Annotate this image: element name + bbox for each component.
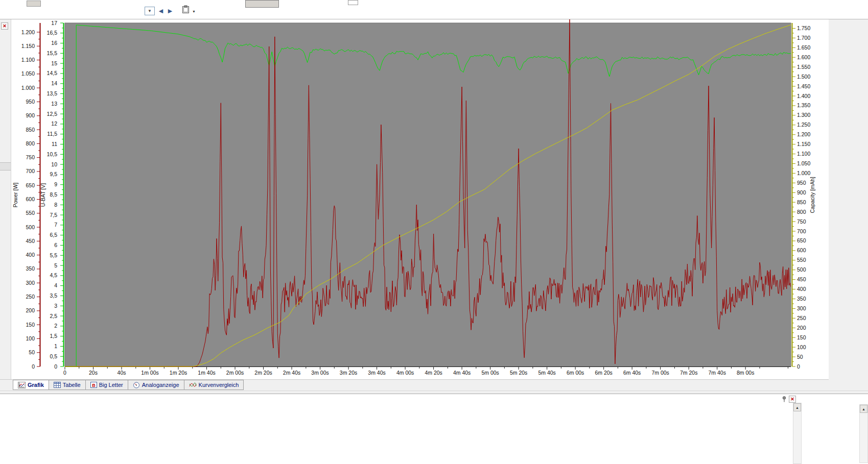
tick-label: 3,5 [50,292,57,299]
tick-label: 700 [797,228,806,234]
bottom-panel-scrollbar[interactable]: ▲ [793,403,802,464]
tick-label: 1.350 [797,102,810,108]
tick-label: 6m 20s [595,370,612,376]
tick-label: 450 [797,276,806,282]
tick-label: 300 [797,305,806,311]
big-letter-tab-icon: B [90,382,97,388]
tick-label: 0 [54,363,57,370]
tab-label: Kurvenvergleich [199,382,239,388]
gauge-tab-icon [133,382,140,388]
tick-label: 1.100 [21,57,35,63]
tick-label: 900 [26,112,35,118]
tick-label: 400 [797,286,806,292]
back-button[interactable]: ◀ [156,6,166,16]
tick-label: 10,5 [47,151,58,157]
clipboard-button[interactable] [180,5,191,16]
left-dock-strip: ✕ [0,19,11,379]
tick-label: 450 [26,238,35,244]
tick-label: 8 [54,202,57,208]
tick-label: 1.550 [797,64,810,70]
tick-label: 1.250 [797,121,810,128]
pin-icon[interactable] [781,396,788,403]
tick-label: 4,5 [50,272,57,278]
tick-label: 1.000 [21,85,35,91]
tick-label: 2m 40s [283,370,300,376]
tab-label: Big Letter [99,382,123,388]
tick-label: 13,5 [47,90,58,96]
tick-label: 2,5 [50,313,57,319]
close-icon[interactable]: ✕ [1,22,8,30]
tick-label: 2m 00s [226,370,244,376]
tick-label: 850 [797,199,806,205]
tick-label: 1.300 [797,112,810,118]
tab-grafik[interactable]: Grafik [13,380,49,390]
tick-label: 5m 00s [481,370,499,376]
splitter-handle[interactable] [0,162,11,170]
tab-label: Analoganzeige [142,382,179,388]
tab-analoganzeige[interactable]: Analoganzeige [128,380,184,390]
tab-kurvenvergleich[interactable]: Kurvenvergleich [184,380,244,390]
tick-label: 1.400 [797,93,810,99]
tick-label: 6m 40s [623,370,641,376]
clipboard-dropdown-arrow[interactable]: ▼ [192,10,196,13]
close-icon[interactable]: ✕ [789,396,796,403]
tick-label: 950 [797,180,806,186]
main-toolbar: ▼ ◀ ▶ ▼ [0,0,868,19]
tick-label: 1m 40s [198,370,215,376]
tick-label: 1m 20s [170,370,187,376]
capacity-axis: 1.7501.7001.6501.6001.5501.5001.4501.400… [792,23,811,370]
tick-label: 200 [26,307,35,313]
clipboard-icon [182,5,190,16]
tick-label: 1.200 [21,29,35,35]
tick-label: 100 [797,344,806,350]
tab-tabelle[interactable]: Tabelle [49,380,86,390]
tick-label: 7m 00s [651,370,669,376]
tick-label: 650 [797,237,806,243]
power-axis-title: Power [W] [12,183,18,208]
ubat-axis: 1716,51615,51514,51413,51312,51211,51110… [47,20,64,370]
right-edge-scrollbar[interactable]: ▲ [859,404,868,463]
tick-label: 1.150 [797,141,810,147]
tick-label: 6m 00s [567,370,584,376]
tab-label: Tabelle [63,382,81,388]
tick-label: 600 [797,247,806,253]
tick-label: 7m 20s [680,370,697,376]
tick-label: 3m 00s [311,370,329,376]
tick-label: 1.700 [797,35,810,41]
tick-label: 750 [26,154,35,160]
tick-label: 150 [797,334,806,340]
tick-label: 1.100 [797,151,810,157]
scroll-up-button[interactable]: ▲ [860,405,867,413]
graph-select-dropdown[interactable]: ▼ [145,7,155,15]
tick-label: 200 [797,325,806,331]
tick-label: 1m 00s [141,370,158,376]
forward-button[interactable]: ▶ [166,6,175,16]
tick-label: 20s [89,370,98,376]
curves-tab-icon [189,382,197,388]
tick-label: 500 [797,266,806,273]
tick-label: 950 [26,99,35,105]
tab-big-letter[interactable]: B Big Letter [85,380,128,390]
scroll-up-button[interactable]: ▲ [793,403,801,411]
bottom-panel: ✕ ▲ ▲ [0,394,868,464]
tick-label: 350 [26,265,35,272]
tick-label: 1.050 [797,160,810,166]
tick-label: 4m 00s [396,370,414,376]
tick-label: 3 [54,303,57,309]
tick-label: 6,5 [50,232,57,238]
tick-label: 13 [51,101,57,107]
tick-label: 2m 20s [254,370,272,376]
view-tabbar: Grafik Tabelle B Big Letter [0,379,829,390]
measurement-chart: 1.2001.1501.1001.0501.000950900850800750… [11,19,829,379]
tick-label: 4m 40s [453,370,471,376]
tick-label: 1.000 [797,170,810,176]
tick-label: 1.450 [797,83,810,89]
plot-area[interactable] [65,23,791,367]
table-tab-icon [54,382,61,388]
time-axis: 020s40s1m 00s1m 20s1m 40s2m 00s2m 20s2m … [63,367,791,376]
tick-label: 300 [26,280,35,286]
capacity-axis-title: Capacity [mAh] [809,177,815,213]
tick-label: 350 [797,296,806,302]
app-window: ▼ ◀ ▶ ▼ ✕ 1.2001.1501.1001.0501.00095090… [0,0,868,464]
tick-label: 7,5 [50,212,57,218]
